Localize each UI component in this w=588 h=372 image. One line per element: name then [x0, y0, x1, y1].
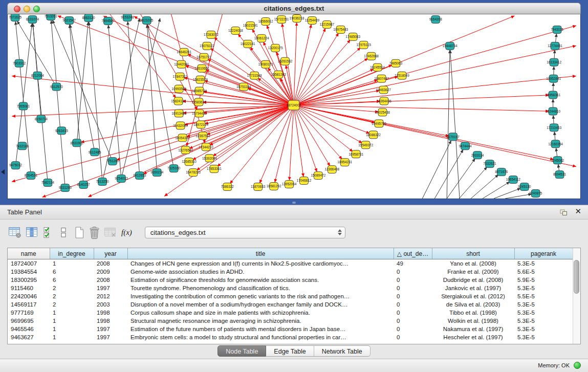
cell-pagerank[interactable]: 5.3E-5 — [514, 325, 573, 333]
table-row[interactable]: 1872400712008Changes of HCN gene express… — [8, 259, 573, 268]
graph-edge[interactable] — [193, 105, 294, 160]
cell-pagerank[interactable]: 5.5E-5 — [514, 292, 573, 300]
graph-edge[interactable] — [294, 26, 576, 105]
graph-edge[interactable] — [143, 105, 294, 174]
cell-out_degree[interactable]: 49 — [394, 259, 432, 268]
graph-edge[interactable] — [294, 105, 576, 167]
cell-out_degree[interactable]: 0 — [394, 333, 432, 341]
tab-edge-table[interactable]: Edge Table — [266, 345, 314, 357]
table-mode-button[interactable] — [8, 224, 22, 240]
table-row[interactable]: 946554611997Estimation of the future num… — [8, 325, 573, 333]
cell-out_degree[interactable]: 0 — [394, 284, 432, 292]
column-header-in_degree[interactable]: in_degree — [50, 248, 94, 259]
zoom-window-button[interactable] — [33, 6, 40, 12]
citation-network-graph[interactable]: 7071625813107475132619021547846312078945… — [8, 14, 580, 199]
cell-name[interactable]: 9777169 — [8, 309, 50, 317]
cell-title[interactable]: Genome-wide association studies in ADHD. — [127, 268, 394, 276]
show-columns-button[interactable] — [26, 224, 39, 240]
cell-title[interactable]: Estimation of the future numbers of pati… — [127, 325, 394, 333]
cell-in_degree[interactable]: 1 — [50, 325, 94, 333]
memory-status-led[interactable] — [574, 362, 581, 369]
table-row[interactable]: 911546021997Tourette syndrome. Phenomeno… — [8, 284, 573, 292]
column-header-name[interactable]: name — [8, 248, 50, 259]
cell-name[interactable]: 14569117 — [8, 300, 50, 309]
table-row[interactable]: 1830029562008Estimation of significance … — [8, 276, 573, 284]
cell-year[interactable]: 1997 — [94, 284, 127, 292]
cell-name[interactable]: 9463627 — [8, 333, 50, 341]
table-scrollbar[interactable] — [573, 248, 580, 344]
cell-short[interactable]: Jankovic et al. (1997) — [432, 284, 514, 292]
graph-edge[interactable] — [294, 46, 576, 105]
cell-in_degree[interactable]: 1 — [50, 317, 94, 325]
minimize-window-button[interactable] — [24, 6, 30, 12]
column-header-short[interactable]: short — [432, 248, 514, 259]
table-row[interactable]: 1938455462009Genome-wide association stu… — [8, 268, 573, 276]
cell-short[interactable]: Nakamura et al. (1997) — [432, 325, 514, 333]
column-header-title[interactable]: title — [127, 248, 394, 259]
table-source-select[interactable]: citations_edges.txt — [145, 227, 345, 238]
cell-out_degree[interactable]: 0 — [394, 268, 432, 276]
tab-node-table[interactable]: Node Table — [217, 345, 266, 357]
close-panel-icon[interactable]: ✕ — [575, 207, 581, 216]
graph-edge[interactable] — [110, 14, 176, 98]
delete-column-button[interactable] — [89, 224, 100, 240]
panel-collapse-arrow-icon[interactable] — [1, 169, 5, 174]
tab-network-table[interactable]: Network Table — [314, 345, 371, 357]
cell-out_degree[interactable]: 0 — [394, 292, 432, 300]
graph-edge[interactable] — [294, 105, 353, 152]
graph-edge[interactable] — [505, 194, 532, 199]
graph-edge[interactable] — [294, 105, 362, 143]
graph-edge[interactable] — [471, 174, 498, 199]
cell-short[interactable]: Franke et al. (2009) — [432, 268, 514, 276]
cell-year[interactable]: 2009 — [94, 268, 127, 276]
close-window-button[interactable] — [14, 6, 20, 12]
cell-title[interactable]: Changes of HCN gene expression and I(f) … — [127, 259, 394, 268]
cell-in_degree[interactable]: 2 — [50, 292, 94, 300]
graph-edge[interactable] — [77, 22, 88, 143]
new-column-button[interactable] — [74, 224, 85, 240]
network-canvas[interactable]: 7071625813107475132619021547846312078945… — [7, 14, 581, 199]
cell-name[interactable]: 9699695 — [8, 317, 50, 325]
cell-year[interactable]: 1997 — [94, 333, 127, 341]
cell-pagerank[interactable]: 5.6E-5 — [514, 268, 573, 276]
cell-name[interactable]: 18300295 — [8, 276, 50, 284]
cell-in_degree[interactable]: 2 — [50, 300, 94, 309]
cell-out_degree[interactable]: 0 — [394, 325, 432, 333]
graph-edge[interactable] — [217, 105, 294, 167]
cell-in_degree[interactable]: 6 — [50, 276, 94, 284]
cell-in_degree[interactable]: 1 — [50, 259, 94, 268]
float-panel-icon[interactable] — [560, 209, 568, 218]
cell-in_degree[interactable]: 6 — [50, 268, 94, 276]
cell-pagerank[interactable]: 5.3E-5 — [514, 300, 573, 309]
cell-pagerank[interactable]: 5.3E-5 — [514, 284, 573, 292]
graph-edge[interactable] — [434, 149, 463, 199]
cell-short[interactable]: Stergiakouli et al. (2012) — [432, 292, 514, 300]
graph-edge[interactable] — [33, 24, 41, 119]
graph-edge[interactable] — [294, 95, 549, 105]
table-row[interactable]: 969969511998Structural magnetic resonanc… — [8, 317, 573, 325]
graph-edge[interactable] — [447, 159, 475, 199]
cell-out_degree[interactable]: 0 — [394, 309, 432, 317]
graph-edge[interactable] — [294, 48, 361, 105]
graph-edge[interactable] — [294, 58, 368, 105]
graph-edge[interactable] — [294, 28, 325, 105]
graph-edge[interactable] — [294, 105, 303, 177]
graph-edge[interactable] — [207, 105, 294, 135]
graph-edge[interactable] — [289, 105, 294, 181]
graph-edge[interactable] — [102, 18, 140, 182]
table-row[interactable]: 946362711997Embryonic stem cells: a mode… — [8, 333, 573, 341]
cell-year[interactable]: 1997 — [94, 325, 127, 333]
cell-pagerank[interactable]: 5.3E-5 — [514, 333, 573, 341]
cell-in_degree[interactable]: 1 — [50, 309, 94, 317]
column-header-year[interactable]: year — [94, 248, 127, 259]
graph-edge[interactable] — [483, 182, 510, 199]
cell-short[interactable]: Yano et al. (2008) — [432, 259, 514, 268]
graph-edge[interactable] — [450, 50, 460, 199]
cell-title[interactable]: Corpus callosum shape and size in male p… — [127, 309, 394, 317]
graph-edge[interactable] — [213, 105, 294, 156]
cell-year[interactable]: 2012 — [94, 292, 127, 300]
cell-title[interactable]: Investigating the contribution of common… — [127, 292, 394, 300]
table-scrollbar-thumb[interactable] — [574, 260, 579, 294]
cell-in_degree[interactable]: 1 — [50, 333, 94, 341]
graph-edge[interactable] — [294, 69, 374, 105]
